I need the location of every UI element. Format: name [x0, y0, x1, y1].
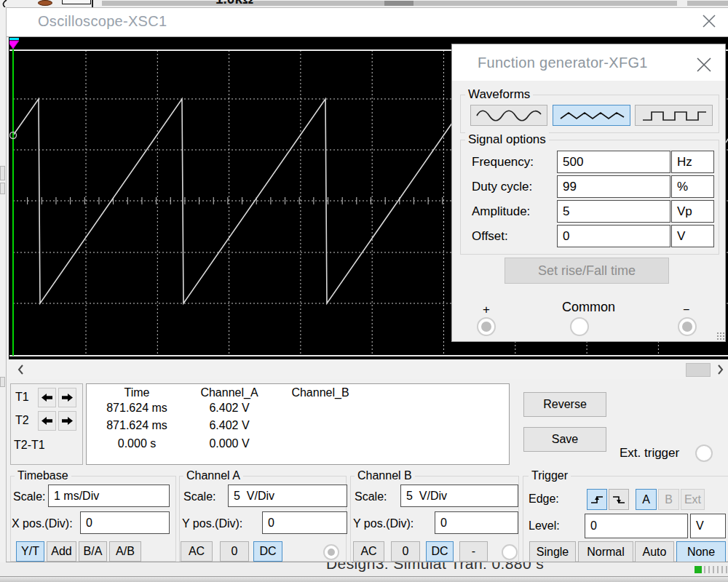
- screen-root: { "background": { "resistor_label": "1.0…: [0, 0, 728, 582]
- schematic-component-fragment: [38, 0, 52, 6]
- trigger-level-label: Level:: [529, 519, 560, 533]
- set-rise-fall-button: Set rise/Fall time: [505, 258, 669, 284]
- waveform-square-button[interactable]: [635, 105, 713, 126]
- channel-b-dc-button[interactable]: DC: [426, 541, 454, 562]
- channel-b-terminal: [502, 544, 518, 560]
- duty-cycle-input[interactable]: 99: [557, 175, 670, 198]
- trigger-source-a-button[interactable]: A: [636, 489, 657, 510]
- channel-a-dc-button[interactable]: DC: [253, 541, 282, 562]
- background-scrollbar-gap: [677, 1, 687, 6]
- trigger-mode-auto[interactable]: Auto: [635, 541, 674, 562]
- t2-t1-label: T2-T1: [14, 439, 45, 452]
- scope-scrollbar[interactable]: [7, 361, 728, 379]
- channel-a-scale-label: Scale:: [183, 490, 215, 503]
- channel-a-ac-button[interactable]: AC: [181, 541, 213, 562]
- trigger-mode-single[interactable]: Single: [529, 541, 576, 562]
- timebase-mode-ab[interactable]: A/B: [109, 541, 141, 562]
- t1-left-button[interactable]: [38, 388, 56, 407]
- background-ui-fragment: [0, 377, 5, 387]
- t2-right-button[interactable]: [58, 411, 76, 431]
- waveform-triangle-button[interactable]: [553, 105, 630, 126]
- scrollbar-thumb[interactable]: [686, 363, 711, 377]
- channel-a-ypos-label: Y pos.(Div):: [182, 517, 242, 530]
- trigger-level-input[interactable]: 0: [585, 514, 688, 538]
- readout-t2-time: 871.624 ms: [86, 419, 188, 432]
- channel-b-scale-label: Scale:: [355, 490, 387, 503]
- channel-b-scale-input[interactable]: 5 V/Div: [400, 485, 518, 507]
- trigger-title: Trigger: [529, 469, 571, 482]
- frequency-label: Frequency:: [472, 155, 534, 170]
- save-button[interactable]: Save: [523, 427, 606, 452]
- close-icon[interactable]: [696, 57, 712, 72]
- readout-col-channel-b: Channel_B: [277, 386, 364, 399]
- resistor-label-clipped: 1.0kΩ: [215, 0, 268, 7]
- t1-label: T1: [15, 391, 29, 404]
- scroll-right-icon[interactable]: [714, 364, 726, 375]
- channel-a-scale-input[interactable]: 5 V/Div: [228, 485, 347, 507]
- background-ui-fragment: [0, 183, 5, 194]
- background-scrollbar-dark-segment: [384, 1, 414, 6]
- cursor-1-handle[interactable]: [9, 41, 19, 49]
- signal-options-label: Signal options: [465, 132, 549, 147]
- statusbar-bottom-strip: [0, 576, 728, 582]
- offset-input[interactable]: 0: [557, 225, 670, 247]
- channel-b-ac-button[interactable]: AC: [353, 541, 384, 562]
- channel-b-ypos-input[interactable]: 0: [435, 511, 518, 534]
- channel-a-title: Channel A: [183, 469, 243, 482]
- oscilloscope-title: Oscilloscope-XSC1: [38, 13, 167, 30]
- amplitude-input[interactable]: 5: [557, 200, 670, 223]
- trigger-level-unit: V: [690, 514, 726, 538]
- square-wave-icon: [639, 108, 709, 124]
- trigger-mode-normal[interactable]: Normal: [578, 541, 633, 562]
- background-top-strip: 1.0kΩ: [0, 0, 728, 7]
- channel-a-terminal: [323, 544, 339, 560]
- trigger-edge-falling-button[interactable]: [609, 489, 629, 510]
- t2-label: T2: [15, 414, 29, 427]
- right-arrow-icon: [61, 393, 74, 402]
- scroll-left-icon[interactable]: [15, 364, 27, 375]
- channel-a-zero-button[interactable]: 0: [220, 541, 249, 562]
- timebase-scale-label: Scale:: [13, 490, 45, 503]
- trigger-edge-rising-button[interactable]: [587, 489, 607, 510]
- schematic-wire-vertical: [92, 0, 93, 7]
- minus-terminal: [678, 317, 697, 336]
- offset-unit: V: [671, 225, 714, 247]
- dialog-resize-grip[interactable]: [716, 332, 724, 340]
- channel-b-zero-button[interactable]: 0: [391, 541, 420, 562]
- statusbar: Design3: Simulat Tran: 0.880 s: [0, 562, 728, 576]
- t2-left-button[interactable]: [38, 411, 56, 431]
- frequency-input[interactable]: 500: [557, 151, 670, 173]
- plus-terminal: [477, 317, 496, 336]
- timebase-mode-yt[interactable]: Y/T: [16, 541, 44, 562]
- channel-a-ypos-input[interactable]: 0: [262, 511, 347, 534]
- timebase-title: Timebase: [15, 469, 71, 482]
- statusbar-text-clipped: Design3: Simulat Tran: 0.880 s: [326, 562, 639, 576]
- waveform-sine-button[interactable]: [470, 105, 547, 126]
- timebase-mode-add[interactable]: Add: [47, 541, 76, 562]
- reverse-button[interactable]: Reverse: [523, 392, 606, 417]
- ext-trigger-label: Ext. trigger: [620, 446, 679, 461]
- background-scrollbar-fragment: [102, 1, 728, 6]
- trigger-edge-label: Edge:: [529, 493, 559, 506]
- left-arrow-icon: [41, 393, 53, 402]
- channel-b-minus-button[interactable]: -: [459, 541, 488, 562]
- readout-diff-cha: 0.000 V: [186, 437, 273, 450]
- ext-trigger-terminal: [695, 445, 713, 462]
- readout-t1-time: 871.624 ms: [86, 402, 188, 415]
- trigger-source-b-button: B: [658, 489, 679, 510]
- minus-terminal-label: −: [683, 303, 689, 316]
- close-icon[interactable]: [702, 15, 716, 28]
- falling-edge-icon: [612, 493, 626, 506]
- trigger-mode-none[interactable]: None: [676, 541, 726, 562]
- timebase-xpos-input[interactable]: 0: [80, 511, 170, 534]
- readout-t2-cha: 6.402 V: [186, 419, 273, 432]
- readout-t1-cha: 6.402 V: [186, 402, 273, 415]
- trigger-source-ext-button: Ext: [681, 489, 705, 510]
- common-terminal: [570, 317, 589, 336]
- t1-right-button[interactable]: [58, 388, 76, 407]
- right-arrow-icon: [61, 416, 74, 426]
- rising-edge-icon: [590, 493, 604, 506]
- common-terminal-label: Common: [562, 300, 615, 315]
- timebase-scale-input[interactable]: 1 ms/Div: [48, 485, 170, 507]
- timebase-mode-ba[interactable]: B/A: [79, 541, 107, 562]
